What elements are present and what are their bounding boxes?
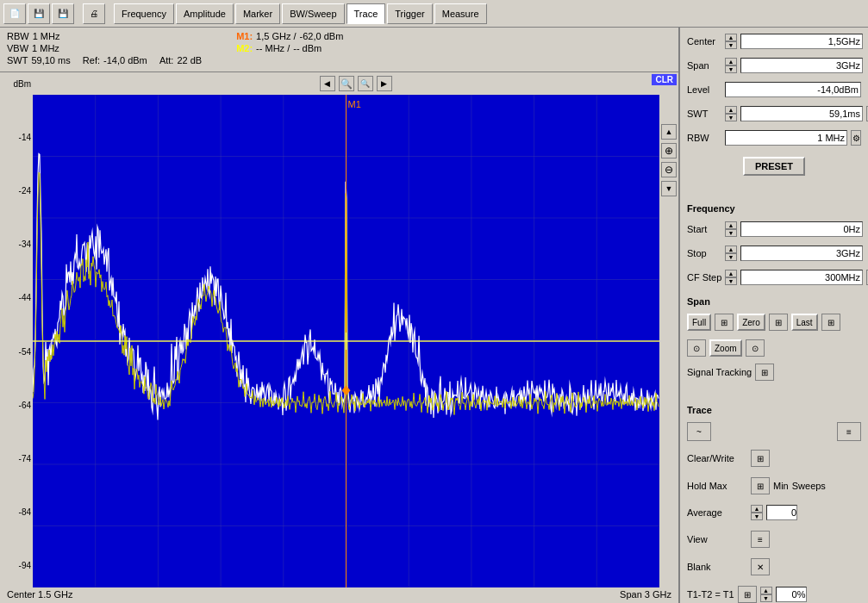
ref-label: Ref: (83, 55, 100, 65)
tab-amplitude[interactable]: Amplitude (176, 3, 234, 24)
scroll-zoom-out[interactable]: ⊖ (661, 162, 677, 177)
holdmax-icon[interactable]: ⊞ (751, 477, 770, 494)
full-button[interactable]: Full (687, 314, 711, 331)
full-icon[interactable]: ⊞ (715, 314, 734, 331)
scroll-up[interactable]: ▲ (661, 124, 677, 140)
cfstep-label: CF Step (687, 272, 721, 283)
m2-val: -- dBm (293, 43, 322, 53)
scroll-zoom-in[interactable]: ⊕ (661, 143, 677, 159)
bottom-labels: Center 1.5 GHz Span 3 GHz (0, 587, 678, 603)
center-spin-up[interactable]: ▲ (725, 34, 737, 41)
scroll-down[interactable]: ▼ (661, 181, 677, 196)
center-spin[interactable]: ▲ ▼ (725, 34, 737, 49)
tracepos-row: T1-T2 = T1 ⊞ ▲ ▼ (687, 586, 861, 603)
left-panel: RBW 1 MHz VBW 1 MHz SWT 59,10 ms Ref: -1… (0, 28, 678, 603)
span-spin-up[interactable]: ▲ (725, 58, 737, 65)
nav-zoom-in[interactable]: 🔍 (339, 76, 354, 91)
tab-marker[interactable]: Marker (235, 3, 280, 24)
tracepos-input[interactable] (776, 587, 807, 602)
level-input[interactable]: -14,0dBm (725, 82, 861, 97)
swt-label: SWT (7, 55, 28, 65)
nav-left[interactable]: ◀ (320, 76, 335, 91)
swt-spin-up[interactable]: ▲ (725, 106, 737, 114)
start-spin-up[interactable]: ▲ (725, 221, 737, 229)
zoom-icon1[interactable]: ⊙ (687, 339, 706, 357)
stop-spin[interactable]: ▲ ▼ (725, 246, 737, 261)
zoom-button[interactable]: Zoom (709, 339, 742, 357)
signal-tracking-icon[interactable]: ⊞ (755, 364, 774, 381)
zoom-icon2[interactable]: ⊙ (746, 339, 765, 357)
clear-write-icon[interactable]: ⊞ (751, 450, 770, 467)
stop-spin-dn[interactable]: ▼ (725, 253, 737, 261)
tab-trigger[interactable]: Trigger (387, 3, 432, 24)
zoom-row: ⊙ Zoom ⊙ (687, 339, 861, 357)
y-label-14: -14 (2, 133, 31, 142)
m1-freq: 1,5 GHz / (256, 31, 296, 41)
nav-zoom-out[interactable]: 🔍 (358, 76, 373, 91)
tracepos-spin[interactable]: ▲ ▼ (760, 587, 772, 602)
spectrum-canvas[interactable] (33, 95, 659, 587)
tab-trace[interactable]: Trace (347, 3, 386, 24)
span-input[interactable]: 3GHz (740, 58, 863, 73)
start-spin[interactable]: ▲ ▼ (725, 221, 737, 237)
view-row: View ≡ (687, 531, 861, 548)
average-spin[interactable]: ▲ ▼ (751, 505, 763, 520)
rbw-gear[interactable]: ⚙ (851, 130, 861, 146)
trace-icon2[interactable]: ≡ (837, 422, 861, 441)
cfstep-spin-up[interactable]: ▲ (725, 270, 737, 277)
center-spin-dn[interactable]: ▼ (725, 41, 737, 49)
last-button[interactable]: Last (791, 314, 818, 331)
center-label-rp: Center (687, 36, 721, 47)
frequency-section-title: Frequency (687, 203, 861, 214)
rbw-value: 1 MHz (33, 31, 60, 41)
tracepos-spin-dn[interactable]: ▼ (760, 594, 772, 602)
tab-frequency[interactable]: Frequency (114, 3, 174, 24)
tab-bwsweep[interactable]: BW/Sweep (282, 3, 344, 24)
dbm-label: dBm (2, 79, 31, 89)
avg-spin-up[interactable]: ▲ (751, 505, 763, 513)
span-spin[interactable]: ▲ ▼ (725, 58, 737, 73)
m2-freq: -- MHz / (256, 43, 290, 53)
stop-row: Stop ▲ ▼ (687, 246, 861, 261)
cfstep-input[interactable] (740, 270, 863, 285)
tracepos-icon[interactable]: ⊞ (738, 586, 757, 603)
cfstep-spin[interactable]: ▲ ▼ (725, 270, 737, 285)
sweeps-input[interactable] (766, 505, 797, 520)
tab-measure[interactable]: Measure (434, 3, 487, 24)
center-input[interactable]: 1,5GHz (740, 34, 863, 49)
swt-value: 59,10 ms (31, 55, 70, 65)
tracepos-spin-up[interactable]: ▲ (760, 587, 772, 594)
new-button[interactable]: 📄 (3, 3, 26, 24)
right-panel: Center ▲ ▼ 1,5GHz Span ▲ ▼ 3GHz Level -1… (678, 28, 868, 603)
spectrum-wrapper: dBm -14 -24 -34 -44 -54 -64 -74 -84 -94 … (0, 72, 678, 587)
status-bar: RBW 1 MHz VBW 1 MHz SWT 59,10 ms Ref: -1… (0, 28, 678, 72)
stop-spin-up[interactable]: ▲ (725, 246, 737, 253)
swt-row-rp: SWT ▲ ▼ ⚙ (687, 106, 861, 121)
rbw-label: RBW (7, 31, 29, 41)
print-button[interactable]: 🖨 (83, 3, 105, 24)
view-label: View (687, 534, 747, 544)
trace-icon1[interactable]: ~ (687, 422, 711, 441)
save-button[interactable]: 💾 (28, 3, 50, 24)
nav-right[interactable]: ▶ (377, 76, 392, 91)
y-label-54: -54 (2, 347, 31, 357)
last-icon[interactable]: ⊞ (821, 314, 840, 331)
cfstep-spin-dn[interactable]: ▼ (725, 277, 737, 285)
start-input[interactable] (740, 221, 863, 237)
holdmax-label: Hold Max (687, 481, 747, 491)
swt-spin-dn[interactable]: ▼ (725, 114, 737, 121)
tracepos-label: T1-T2 = T1 (687, 589, 734, 600)
rbw-input[interactable] (725, 130, 847, 146)
swt-spin[interactable]: ▲ ▼ (725, 106, 737, 121)
start-spin-dn[interactable]: ▼ (725, 229, 737, 237)
avg-spin-dn[interactable]: ▼ (751, 513, 763, 520)
blank-icon[interactable]: ✕ (751, 558, 770, 575)
stop-input[interactable] (740, 246, 863, 261)
view-icon[interactable]: ≡ (751, 531, 770, 548)
save2-button[interactable]: 💾 (52, 3, 74, 24)
span-spin-dn[interactable]: ▼ (725, 65, 737, 73)
preset-button[interactable]: PRESET (743, 157, 805, 176)
zero-button[interactable]: Zero (737, 314, 765, 331)
swt-input[interactable] (740, 106, 863, 121)
zero-icon[interactable]: ⊞ (769, 314, 788, 331)
